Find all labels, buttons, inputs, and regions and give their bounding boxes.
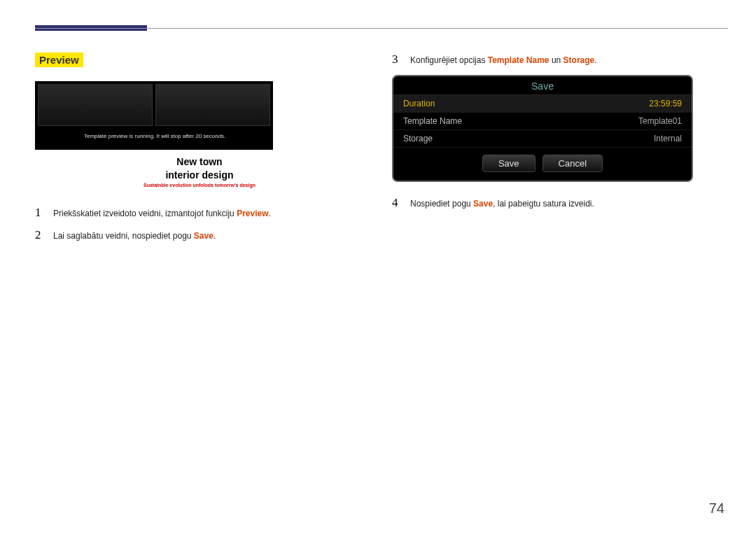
step-number: 2: [35, 228, 45, 242]
section-title: Preview: [35, 52, 83, 67]
step-text: Konfigurējiet opcijas Template Name un S…: [410, 55, 597, 65]
preview-title-line2: interior design: [165, 169, 233, 181]
highlight: Template Name: [488, 55, 550, 65]
step-number: 4: [392, 196, 402, 210]
step-number: 1: [35, 206, 45, 220]
highlight: Save: [194, 231, 214, 241]
dialog-row-value: Template01: [638, 116, 682, 126]
step-number: 3: [392, 52, 402, 66]
content: Preview Template preview is running. It …: [35, 52, 721, 251]
step-text: Lai saglabātu veidni, nospiediet pogu Sa…: [53, 231, 216, 241]
dialog-row-label: Duration: [403, 99, 435, 108]
dialog-row-value: Internal: [654, 134, 682, 143]
dialog-row[interactable]: Template NameTemplate01: [393, 113, 692, 130]
step-text: Priekšskatiet izveidoto veidni, izmantoj…: [53, 209, 271, 218]
step: 1Priekšskatiet izveidoto veidni, izmanto…: [35, 206, 364, 220]
preview-panel-left: [38, 84, 153, 126]
preview-title-line1: New town: [176, 156, 222, 167]
dialog-row-label: Storage: [403, 134, 433, 143]
preview-title: New town interior design: [35, 155, 364, 181]
steps-left: 1Priekšskatiet izveidoto veidni, izmanto…: [35, 206, 364, 242]
steps-right-bottom: 4Nospiediet pogu Save, lai pabeigtu satu…: [392, 196, 721, 210]
page-number: 74: [709, 500, 724, 517]
preview-subtitle: Sustainble evolution unfolods tomorrw's …: [35, 183, 364, 188]
dialog-row-value: 23:59:59: [649, 99, 682, 108]
left-column: Preview Template preview is running. It …: [35, 52, 364, 251]
highlight: Storage: [564, 55, 595, 65]
dialog-buttons: Save Cancel: [393, 148, 692, 181]
header-divider: [35, 28, 728, 29]
preview-panel-right: [155, 84, 270, 126]
step: 3Konfigurējiet opcijas Template Name un …: [392, 52, 721, 66]
save-dialog: Save Duration23:59:59Template NameTempla…: [392, 75, 693, 182]
highlight: Save: [473, 199, 493, 209]
step: 2Lai saglabātu veidni, nospiediet pogu S…: [35, 228, 364, 242]
preview-thumbnail: Template preview is running. It will sto…: [35, 81, 273, 150]
highlight: Preview: [237, 209, 268, 218]
preview-running-message: Template preview is running. It will sto…: [35, 129, 273, 143]
step: 4Nospiediet pogu Save, lai pabeigtu satu…: [392, 196, 721, 210]
dialog-row[interactable]: Duration23:59:59: [393, 95, 692, 113]
dialog-rows: Duration23:59:59Template NameTemplate01S…: [393, 95, 692, 148]
cancel-button[interactable]: Cancel: [542, 155, 603, 172]
right-column: 3Konfigurējiet opcijas Template Name un …: [392, 52, 721, 251]
dialog-row-label: Template Name: [403, 116, 462, 126]
preview-panels: [35, 81, 273, 129]
step-text: Nospiediet pogu Save, lai pabeigtu satur…: [410, 199, 594, 209]
dialog-row[interactable]: StorageInternal: [393, 130, 692, 148]
dialog-title: Save: [393, 76, 692, 95]
save-button[interactable]: Save: [482, 155, 536, 172]
steps-right-top: 3Konfigurējiet opcijas Template Name un …: [392, 52, 721, 66]
